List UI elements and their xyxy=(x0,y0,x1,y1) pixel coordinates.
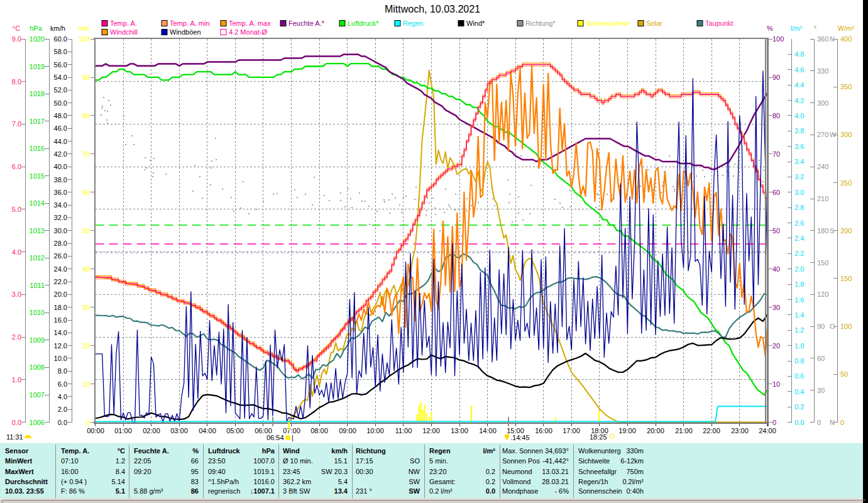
svg-text:22:05: 22:05 xyxy=(134,457,151,465)
svg-text:2.0: 2.0 xyxy=(12,333,21,341)
svg-text:750m: 750m xyxy=(626,468,644,475)
svg-text:240: 240 xyxy=(817,163,828,170)
svg-text:32.0: 32.0 xyxy=(54,214,67,221)
svg-text:7.0: 7.0 xyxy=(12,120,21,128)
svg-text:10.03. 23:55: 10.03. 23:55 xyxy=(5,487,44,495)
svg-text:1007.0: 1007.0 xyxy=(253,457,275,465)
svg-text:Temp. A.: Temp. A. xyxy=(61,447,89,455)
svg-text:60: 60 xyxy=(772,189,780,196)
svg-text:16:00: 16:00 xyxy=(535,427,552,434)
svg-text:20:00: 20:00 xyxy=(647,427,664,434)
svg-text:3 Bft SW: 3 Bft SW xyxy=(283,487,310,495)
svg-text:NW: NW xyxy=(409,468,420,475)
svg-text:50: 50 xyxy=(82,227,90,235)
svg-text:56.0: 56.0 xyxy=(54,61,67,69)
svg-text:09:40: 09:40 xyxy=(208,468,226,475)
svg-text:1.2: 1.2 xyxy=(794,326,804,334)
svg-text:40: 40 xyxy=(772,265,780,273)
svg-text:Mittwoch, 10.03.2021: Mittwoch, 10.03.2021 xyxy=(385,4,480,14)
svg-text:1013: 1013 xyxy=(30,227,45,235)
svg-text:Neumond: Neumond xyxy=(502,468,532,475)
svg-text:150: 150 xyxy=(817,259,828,267)
svg-text:Wind*: Wind* xyxy=(466,19,485,27)
svg-text:0.4: 0.4 xyxy=(794,388,804,395)
svg-text:30.0: 30.0 xyxy=(54,227,67,235)
svg-text:2.0: 2.0 xyxy=(58,406,67,413)
svg-text:W/m²: W/m² xyxy=(838,25,855,32)
svg-text:26.0: 26.0 xyxy=(54,252,67,260)
svg-text:Regen: Regen xyxy=(429,447,451,455)
svg-text:1012: 1012 xyxy=(30,254,45,262)
svg-text:1014: 1014 xyxy=(30,199,45,207)
svg-text:80: 80 xyxy=(772,112,780,119)
svg-text:Temp. A.: Temp. A. xyxy=(110,19,137,27)
svg-text:2.4: 2.4 xyxy=(794,235,804,242)
svg-text:23:50: 23:50 xyxy=(208,457,226,465)
svg-text:Luftdruck: Luftdruck xyxy=(208,447,241,455)
svg-text:30: 30 xyxy=(817,387,825,394)
svg-text:100: 100 xyxy=(772,35,784,43)
svg-text:08:00: 08:00 xyxy=(310,427,328,434)
svg-text:40.0: 40.0 xyxy=(54,163,67,170)
svg-text:09:00: 09:00 xyxy=(339,427,356,434)
svg-text:66: 66 xyxy=(191,457,199,465)
svg-text:180: 180 xyxy=(817,227,828,235)
svg-text:13.4: 13.4 xyxy=(334,487,348,495)
svg-text:58.0: 58.0 xyxy=(54,48,67,55)
svg-text:Temp. A. min: Temp. A. min xyxy=(170,19,210,27)
svg-text:1006: 1006 xyxy=(30,419,45,426)
svg-text:3.0: 3.0 xyxy=(12,290,21,298)
svg-text:05:00: 05:00 xyxy=(226,427,244,434)
svg-text:00:30: 00:30 xyxy=(356,468,373,475)
svg-text:18.0: 18.0 xyxy=(54,304,67,311)
svg-text:120: 120 xyxy=(817,290,828,298)
svg-text:-41,442°: -41,442° xyxy=(542,457,569,465)
svg-text:Feuchte A.*: Feuchte A.* xyxy=(288,19,325,27)
svg-text:40: 40 xyxy=(82,265,90,273)
svg-text:.14:45: .14:45 xyxy=(510,434,530,441)
svg-text:350: 350 xyxy=(840,83,852,91)
svg-text:Ø 10 min.: Ø 10 min. xyxy=(283,457,313,465)
svg-text:28.0: 28.0 xyxy=(54,240,67,247)
svg-text:330m: 330m xyxy=(626,447,644,455)
svg-text:60: 60 xyxy=(817,355,825,362)
svg-text:↓1007.1: ↓1007.1 xyxy=(250,487,275,495)
svg-text:300: 300 xyxy=(817,99,828,107)
svg-text:0.0: 0.0 xyxy=(486,487,495,495)
svg-text:0: 0 xyxy=(86,419,90,426)
svg-text:2.8: 2.8 xyxy=(794,204,804,211)
svg-text:14:00: 14:00 xyxy=(479,427,497,434)
svg-text:1009: 1009 xyxy=(30,336,45,344)
svg-text:SW 20.3: SW 20.3 xyxy=(321,468,348,475)
svg-text:90: 90 xyxy=(772,74,780,81)
svg-text:3.4: 3.4 xyxy=(794,158,804,165)
svg-text:30: 30 xyxy=(82,304,90,311)
svg-text:Solar: Solar xyxy=(646,19,662,27)
svg-text:90: 90 xyxy=(817,323,825,330)
svg-text:200: 200 xyxy=(840,227,852,235)
svg-text:Windböen: Windböen xyxy=(170,28,201,36)
svg-text:Sonnen Pos: Sonnen Pos xyxy=(502,457,540,465)
svg-text:Richtung: Richtung xyxy=(356,447,386,455)
svg-text:regnerisch: regnerisch xyxy=(208,487,240,495)
svg-text:3.8: 3.8 xyxy=(794,127,804,135)
svg-text:1.6: 1.6 xyxy=(794,296,804,304)
svg-text:MinWert: MinWert xyxy=(5,457,33,465)
svg-text:150: 150 xyxy=(840,275,852,282)
svg-text:15.1: 15.1 xyxy=(334,457,348,465)
svg-text:330: 330 xyxy=(817,67,828,75)
svg-text:hPa: hPa xyxy=(30,25,42,32)
svg-text:44.0: 44.0 xyxy=(54,138,67,145)
svg-text:2.6: 2.6 xyxy=(794,219,804,227)
svg-text:Sensor: Sensor xyxy=(5,447,29,455)
svg-text:Regen: Regen xyxy=(403,19,423,27)
svg-text:14.0: 14.0 xyxy=(54,329,67,336)
svg-text:0.2l/m²: 0.2l/m² xyxy=(622,478,644,485)
svg-text:4.0: 4.0 xyxy=(58,393,67,401)
svg-text:20: 20 xyxy=(82,342,90,350)
svg-text:0.2: 0.2 xyxy=(794,403,804,411)
svg-text:04:00: 04:00 xyxy=(199,427,216,434)
svg-text:70: 70 xyxy=(772,150,780,158)
svg-text:0: 0 xyxy=(840,419,844,426)
svg-text:48.0: 48.0 xyxy=(54,112,67,119)
